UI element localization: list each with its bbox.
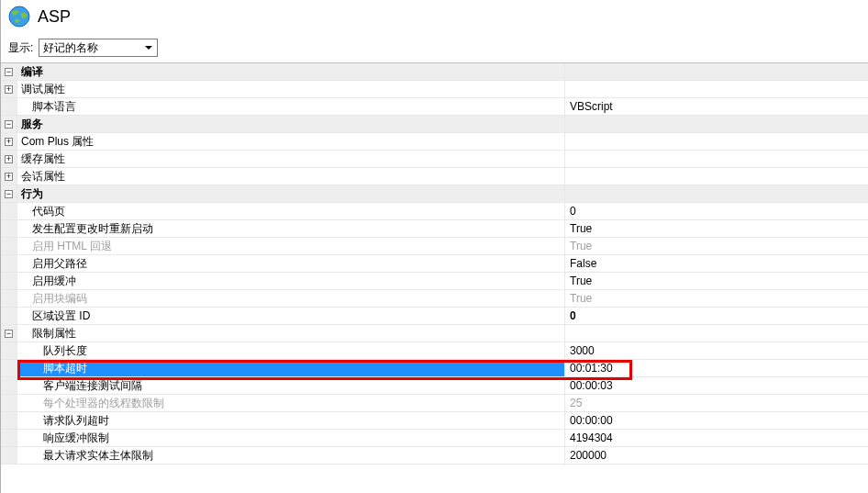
category-services[interactable]: − 服务 [1,116,868,133]
row-session-props[interactable]: + 会话属性 [1,168,868,185]
row-locale-id-label: 区域设置 ID [17,308,564,324]
page-title: ASP [38,7,71,27]
row-queue-length[interactable]: 队列长度 3000 [1,342,868,360]
row-req-queue-timeout-value[interactable]: 00:00:00 [564,412,868,429]
row-debug-props[interactable]: + 调试属性 [1,81,868,98]
row-script-language[interactable]: 脚本语言 VBScript [1,98,868,116]
row-locale-id[interactable]: 区域设置 ID 0 [1,308,868,325]
row-resp-buffer-value[interactable]: 4194304 [564,430,868,446]
expand-icon[interactable]: + [5,85,13,94]
row-max-entity-value[interactable]: 200000 [564,447,868,464]
row-limits-props-label: 限制属性 [17,325,564,342]
category-behavior[interactable]: − 行为 [1,185,868,203]
row-parent-paths-label: 启用父路径 [17,255,564,272]
property-grid: − 编译 + 调试属性 脚本语言 VBScript − 服务 + Com Plu… [1,62,868,465]
row-html-fallback-label: 启用 HTML 回退 [17,238,564,254]
row-chunked-label: 启用块编码 [17,290,564,307]
row-buffering-value[interactable]: True [564,273,868,289]
category-services-label: 服务 [17,116,564,132]
row-code-page-label: 代码页 [17,203,564,219]
row-restart-label: 发生配置更改时重新启动 [17,220,564,237]
row-request-queue-timeout[interactable]: 请求队列超时 00:00:00 [1,412,868,430]
row-max-entity-label: 最大请求实体主体限制 [17,447,564,464]
row-parent-paths-value[interactable]: False [564,255,868,272]
row-enable-html-fallback[interactable]: 启用 HTML 回退 True [1,238,868,255]
expand-icon[interactable]: + [5,138,13,146]
row-enable-chunked-encoding[interactable]: 启用块编码 True [1,290,868,308]
row-threads-per-processor[interactable]: 每个处理器的线程数限制 25 [1,395,868,412]
row-complus-props[interactable]: + Com Plus 属性 [1,133,868,151]
display-select-value: 好记的名称 [43,41,98,54]
collapse-icon[interactable]: − [5,330,13,338]
row-complus-props-label: Com Plus 属性 [17,133,564,150]
display-label: 显示: [8,40,33,56]
row-client-conn-value[interactable]: 00:00:03 [564,377,868,394]
row-script-timeout-value[interactable]: 00:01:30 [564,360,868,376]
row-code-page[interactable]: 代码页 0 [1,203,868,220]
row-session-props-label: 会话属性 [17,168,564,185]
row-req-queue-timeout-label: 请求队列超时 [17,412,564,429]
row-buffering-label: 启用缓冲 [17,273,564,289]
category-behavior-label: 行为 [17,185,564,202]
row-script-timeout[interactable]: 脚本超时 00:01:30 [1,360,868,377]
row-locale-id-value[interactable]: 0 [564,308,868,324]
row-queue-length-value[interactable]: 3000 [564,342,868,359]
row-resp-buffer-label: 响应缓冲限制 [17,430,564,446]
collapse-icon[interactable]: − [5,190,13,198]
row-client-conn-label: 客户端连接测试间隔 [17,377,564,394]
expand-icon[interactable]: + [5,155,13,163]
row-enable-parent-paths[interactable]: 启用父路径 False [1,255,868,273]
row-html-fallback-value: True [564,238,868,254]
row-restart-value[interactable]: True [564,220,868,237]
row-limits-props[interactable]: − 限制属性 [1,325,868,342]
category-compile[interactable]: − 编译 [1,63,868,81]
display-select[interactable]: 好记的名称 [39,39,158,57]
collapse-icon[interactable]: − [5,120,13,129]
row-debug-props-label: 调试属性 [17,81,564,97]
row-response-buffer-limit[interactable]: 响应缓冲限制 4194304 [1,430,868,447]
row-threads-label: 每个处理器的线程数限制 [17,395,564,411]
row-script-language-label: 脚本语言 [17,98,564,115]
row-chunked-value: True [564,290,868,307]
row-script-language-value[interactable]: VBScript [564,98,868,115]
row-max-request-entity[interactable]: 最大请求实体主体限制 200000 [1,447,868,465]
row-script-timeout-label: 脚本超时 [17,360,564,376]
expand-icon[interactable]: + [5,173,13,181]
header: ASP [1,0,868,35]
row-queue-length-label: 队列长度 [17,342,564,359]
category-compile-label: 编译 [17,63,564,80]
row-client-conn-test-interval[interactable]: 客户端连接测试间隔 00:00:03 [1,377,868,395]
row-code-page-value[interactable]: 0 [564,203,868,219]
row-threads-value: 25 [564,395,868,411]
globe-icon [8,6,30,28]
row-cache-props[interactable]: + 缓存属性 [1,151,868,168]
row-restart-on-config-change[interactable]: 发生配置更改时重新启动 True [1,220,868,238]
display-row: 显示: 好记的名称 [1,35,868,62]
collapse-icon[interactable]: − [5,68,13,76]
row-cache-props-label: 缓存属性 [17,151,564,167]
row-enable-buffering[interactable]: 启用缓冲 True [1,273,868,290]
